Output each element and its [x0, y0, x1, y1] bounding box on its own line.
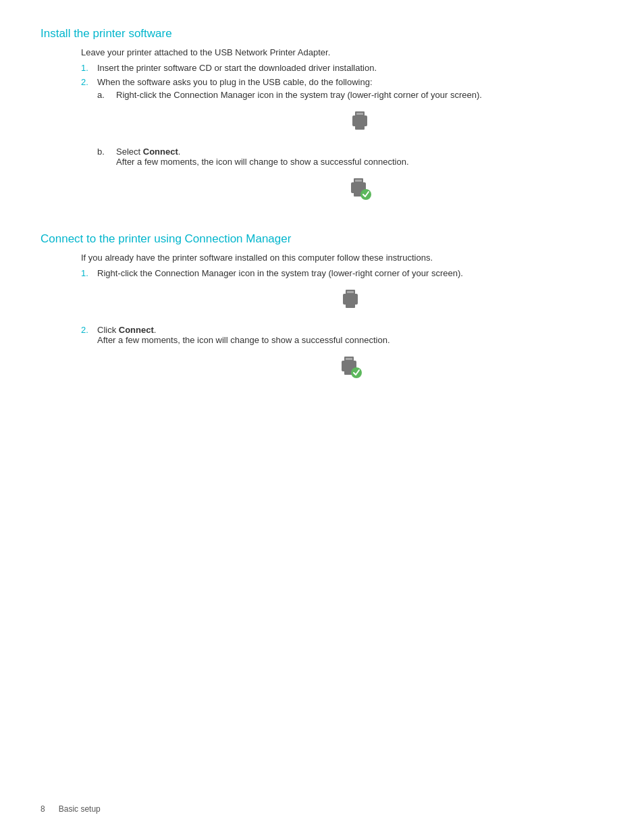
step-1-text: Insert the printer software CD or start …: [97, 63, 377, 73]
install-section-title: Install the printer software: [41, 27, 603, 41]
footer: 8 Basic setup: [41, 804, 101, 814]
step-number-2: 2.: [81, 77, 97, 87]
connection-manager-icon-gray-1: [349, 109, 371, 131]
connect-steps-list: 1. Right-click the Connection Manager ic…: [81, 268, 603, 390]
gray-icon-wrap-1: [349, 109, 371, 133]
sub-b-followup: After a few moments, the icon will chang…: [116, 157, 409, 167]
svg-rect-9: [343, 294, 358, 305]
gray-icon-wrap-2: [340, 288, 361, 311]
connect-step-1: 1. Right-click the Connection Manager ic…: [81, 268, 603, 321]
connect-step-1-text: Right-click the Connection Manager icon …: [97, 268, 463, 278]
svg-rect-3: [356, 113, 363, 115]
connect-section: Connect to the printer using Connection …: [41, 232, 603, 390]
sub-steps-list: a. Right-click the Connection Manager ic…: [97, 90, 603, 212]
install-steps-list: 1. Insert the printer software CD or sta…: [81, 63, 603, 216]
connect-intro: If you already have the printer software…: [81, 253, 603, 263]
svg-rect-0: [352, 115, 367, 126]
connect-step-number-2: 2.: [81, 325, 97, 335]
step-2-content: When the software asks you to plug in th…: [97, 77, 603, 216]
connection-manager-icon-green-2: [338, 355, 363, 379]
step-2-text: When the software asks you to plug in th…: [97, 77, 373, 87]
gray-icon-container-1: [116, 109, 603, 133]
sub-label-b: b.: [97, 147, 116, 157]
install-section: Install the printer software Leave your …: [41, 27, 603, 216]
install-step-1: 1. Insert the printer software CD or sta…: [81, 63, 603, 73]
footer-text: Basic setup: [59, 804, 101, 814]
green-icon-wrap-2: [338, 355, 363, 381]
svg-rect-11: [346, 303, 355, 308]
green-icon-wrap-1: [348, 176, 372, 203]
gray-icon-container-2: [97, 288, 603, 311]
sub-step-a: a. Right-click the Connection Manager ic…: [97, 90, 603, 142]
svg-rect-16: [346, 358, 352, 360]
green-icon-container-1: [116, 176, 603, 203]
connect-section-title: Connect to the printer using Connection …: [41, 232, 603, 246]
svg-rect-7: [355, 180, 362, 182]
connect-step-2-bold: Connect: [119, 325, 154, 335]
footer-spacer: [47, 804, 56, 814]
connection-manager-icon-green-1: [348, 176, 372, 201]
svg-rect-12: [347, 291, 354, 293]
sub-b-bold: Connect: [143, 147, 178, 157]
sub-label-a: a.: [97, 90, 116, 100]
install-intro: Leave your printer attached to the USB N…: [81, 47, 603, 57]
svg-rect-2: [355, 125, 365, 130]
connect-step-1-content: Right-click the Connection Manager icon …: [97, 268, 603, 321]
step-1-content: Insert the printer software CD or start …: [97, 63, 603, 73]
green-icon-container-2: [97, 355, 603, 381]
connect-step-2-content: Click Connect. After a few moments, the …: [97, 325, 603, 390]
sub-b-content: Select Connect. After a few moments, the…: [116, 147, 603, 212]
sub-b-text-before: Select: [116, 147, 143, 157]
connect-step-2-followup: After a few moments, the icon will chang…: [97, 335, 390, 345]
footer-page-number: 8: [41, 804, 45, 814]
connection-manager-icon-gray-2: [340, 288, 361, 309]
sub-step-b: b. Select Connect. After a few moments, …: [97, 147, 603, 212]
sub-b-text-after: .: [178, 147, 181, 157]
connect-step-2-text-before: Click: [97, 325, 119, 335]
connect-step-2-text-after: .: [154, 325, 157, 335]
sub-a-text: Right-click the Connection Manager icon …: [116, 90, 482, 100]
connect-step-2: 2. Click Connect. After a few moments, t…: [81, 325, 603, 390]
sub-a-content: Right-click the Connection Manager icon …: [116, 90, 603, 142]
connect-step-number-1: 1.: [81, 268, 97, 278]
page: Install the printer software Leave your …: [0, 0, 644, 438]
install-step-2: 2. When the software asks you to plug in…: [81, 77, 603, 216]
step-number-1: 1.: [81, 63, 97, 73]
